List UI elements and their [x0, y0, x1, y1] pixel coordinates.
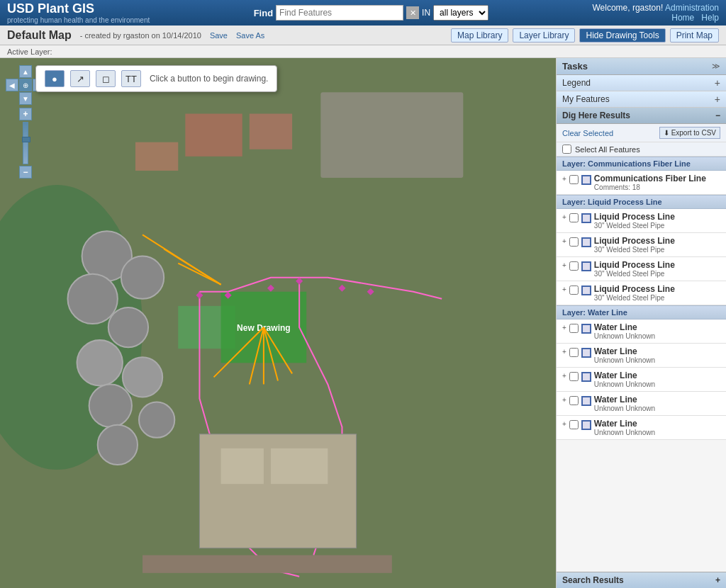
- feature-checkbox[interactable]: [569, 237, 579, 247]
- map-subtitle: - created by rgaston on 10/14/2010: [80, 31, 201, 40]
- feature-checkbox[interactable]: [569, 348, 579, 357]
- dig-results-header: Dig Here Results −: [557, 108, 726, 124]
- draw-point-button[interactable]: ●: [45, 70, 65, 87]
- list-item[interactable]: + Liquid Process Line 30" Welded Steel P…: [557, 257, 726, 281]
- svg-point-14: [89, 384, 132, 426]
- search-results-toggle[interactable]: +: [715, 575, 720, 585]
- expand-icon[interactable]: +: [562, 324, 566, 332]
- zoom-slider[interactable]: [23, 122, 28, 164]
- dig-results-title: Dig Here Results: [562, 111, 630, 120]
- svg-rect-35: [271, 448, 328, 484]
- feature-text: Communications Fiber Line Comments: 18: [594, 174, 706, 191]
- feature-checkbox[interactable]: [569, 324, 579, 333]
- list-item[interactable]: + Liquid Process Line 30" Welded Steel P…: [557, 281, 726, 305]
- feature-icon: [581, 324, 591, 334]
- feature-text: Water Line Unknown Unknown: [594, 371, 655, 388]
- legend-header[interactable]: Legend +: [557, 75, 726, 91]
- nav-down-button[interactable]: ▼: [19, 92, 32, 105]
- tasks-expand-button[interactable]: ≫: [712, 62, 720, 71]
- hide-drawing-button[interactable]: Hide Drawing Tools: [579, 28, 665, 43]
- feature-icon: [581, 175, 591, 185]
- svg-rect-3: [320, 92, 463, 178]
- my-features-header[interactable]: My Features +: [557, 91, 726, 107]
- draw-text-button[interactable]: TT: [121, 70, 141, 87]
- svg-point-12: [77, 340, 123, 385]
- feature-checkbox[interactable]: [569, 285, 579, 295]
- nav-left-button[interactable]: ◀: [6, 79, 18, 91]
- admin-link[interactable]: Administration: [665, 3, 719, 13]
- zoom-in-button[interactable]: +: [19, 108, 32, 120]
- save-as-link[interactable]: Save As: [236, 31, 264, 40]
- feature-sub: 30" Welded Steel Pipe: [594, 294, 675, 302]
- layers-select[interactable]: all layers: [433, 5, 488, 21]
- my-features-section: My Features +: [557, 91, 726, 108]
- map-area[interactable]: New Drawing: [0, 58, 556, 588]
- expand-icon[interactable]: +: [562, 261, 566, 269]
- list-item[interactable]: + Liquid Process Line 30" Welded Steel P…: [557, 209, 726, 233]
- legend-toggle[interactable]: +: [715, 77, 720, 89]
- svg-point-16: [98, 425, 138, 465]
- layer-group-water: Layer: Water Line: [557, 305, 726, 320]
- select-all-checkbox[interactable]: [562, 145, 571, 154]
- print-map-button[interactable]: Print Map: [670, 28, 719, 43]
- expand-icon[interactable]: +: [562, 175, 566, 183]
- list-item[interactable]: + Water Line Unknown Unknown: [557, 392, 726, 416]
- search-results-label: Search Results: [562, 575, 624, 585]
- map-library-button[interactable]: Map Library: [451, 28, 508, 43]
- tasks-title: Tasks: [562, 61, 588, 72]
- list-item[interactable]: + Water Line Unknown Unknown: [557, 368, 726, 392]
- save-link[interactable]: Save: [210, 31, 228, 40]
- layer-library-button[interactable]: Layer Library: [513, 28, 575, 43]
- drawing-toolbar: ● ↗ ◻ TT Click a button to begin drawing…: [35, 65, 277, 92]
- select-all-label: Select All Features: [575, 145, 640, 154]
- clear-selected-button[interactable]: Clear Selected: [562, 129, 613, 137]
- list-item[interactable]: + Water Line Unknown Unknown: [557, 344, 726, 368]
- expand-icon[interactable]: +: [562, 348, 566, 356]
- nav-up-button[interactable]: ▲: [19, 65, 32, 78]
- export-csv-button[interactable]: ⬇ Export to CSV: [659, 127, 720, 139]
- feature-icon: [581, 420, 591, 430]
- list-item[interactable]: + Water Line Unknown Unknown: [557, 416, 726, 440]
- list-item[interactable]: + Liquid Process Line 30" Welded Steel P…: [557, 233, 726, 257]
- feature-sub: Comments: 18: [594, 183, 706, 191]
- expand-icon[interactable]: +: [562, 372, 566, 380]
- list-item[interactable]: + Water Line Unknown Unknown: [557, 320, 726, 344]
- feature-checkbox[interactable]: [569, 396, 579, 405]
- user-info: Welcome, rgaston! Administration Home He…: [592, 3, 719, 23]
- expand-icon[interactable]: +: [562, 285, 566, 293]
- app-header: USD Plant GIS protecting human health an…: [0, 0, 726, 26]
- list-item[interactable]: + Communications Fiber Line Comments: 18: [557, 171, 726, 195]
- nav-center-button[interactable]: ⊕: [19, 79, 32, 91]
- feature-checkbox[interactable]: [569, 261, 579, 271]
- draw-line-button[interactable]: ↗: [70, 70, 90, 87]
- zoom-out-button[interactable]: −: [19, 166, 32, 179]
- feature-icon: [581, 213, 591, 223]
- feature-checkbox[interactable]: [569, 372, 579, 381]
- dig-results-section: Dig Here Results − Clear Selected ⬇ Expo…: [557, 108, 726, 572]
- app-subtitle: protecting human health and the environm…: [7, 16, 150, 24]
- dig-results-toggle[interactable]: −: [715, 111, 720, 120]
- svg-rect-36: [143, 555, 392, 573]
- feature-text: Water Line Unknown Unknown: [594, 346, 655, 364]
- svg-point-9: [121, 256, 164, 299]
- feature-checkbox[interactable]: [569, 175, 579, 184]
- expand-icon[interactable]: +: [562, 213, 566, 221]
- export-icon: ⬇: [664, 129, 669, 137]
- feature-text: Water Line Unknown Unknown: [594, 419, 655, 436]
- search-input[interactable]: [276, 5, 403, 21]
- draw-polygon-button[interactable]: ◻: [96, 70, 116, 87]
- expand-icon[interactable]: +: [562, 396, 566, 404]
- feature-checkbox[interactable]: [569, 420, 579, 429]
- home-link[interactable]: Home: [671, 13, 694, 23]
- select-all-row: Select All Features: [557, 142, 726, 157]
- feature-checkbox[interactable]: [569, 213, 579, 222]
- app-title: USD Plant GIS: [7, 1, 150, 16]
- clear-search-button[interactable]: ✕: [406, 6, 419, 19]
- legend-label: Legend: [562, 78, 591, 88]
- feature-icon: [581, 261, 591, 271]
- expand-icon[interactable]: +: [562, 420, 566, 428]
- my-features-toggle[interactable]: +: [715, 94, 720, 105]
- find-label: Find: [254, 8, 273, 18]
- help-link[interactable]: Help: [701, 13, 719, 23]
- expand-icon[interactable]: +: [562, 237, 566, 245]
